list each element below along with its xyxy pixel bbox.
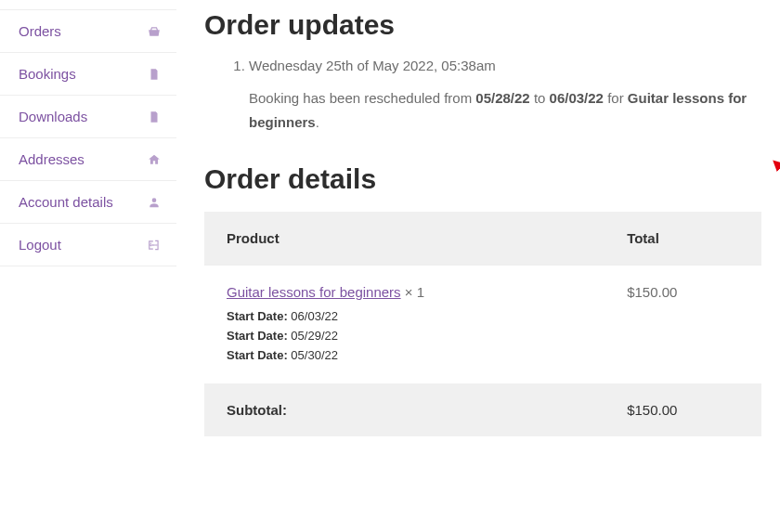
row-total: $150.00	[604, 266, 761, 384]
sidebar-label: Orders	[19, 23, 61, 39]
col-total: Total	[604, 212, 761, 266]
update-timestamp: Wednesday 25th of May 2022, 05:38am	[249, 58, 761, 73]
sidebar-label: Downloads	[19, 109, 87, 124]
update-text: .	[316, 114, 319, 130]
subtotal-label: Subtotal:	[204, 383, 604, 436]
meta-label: Start Date:	[227, 309, 288, 323]
update-body: Booking has been rescheduled from 05/28/…	[249, 86, 761, 134]
sidebar-item-addresses[interactable]: Addresses	[0, 138, 176, 181]
update-text: Booking has been rescheduled from	[249, 90, 475, 106]
update-text: to	[530, 90, 550, 106]
meta-value: 05/29/22	[288, 329, 338, 343]
annotation-arrow-icon	[771, 160, 780, 225]
table-row: Guitar lessons for beginners × 1 Start D…	[204, 266, 761, 384]
sidebar-item-bookings[interactable]: Bookings	[0, 53, 176, 96]
product-qty: × 1	[401, 284, 424, 300]
product-link[interactable]: Guitar lessons for beginners	[227, 284, 401, 300]
sidebar-item-downloads[interactable]: Downloads	[0, 96, 176, 138]
order-updates-list: Wednesday 25th of May 2022, 05:38am Book…	[249, 58, 761, 134]
file-icon	[147, 67, 162, 82]
sidebar-label: Account details	[19, 194, 113, 210]
sidebar-item-orders[interactable]: Orders	[0, 9, 176, 53]
order-details-heading: Order details	[204, 163, 761, 195]
sidebar-label: Logout	[19, 237, 61, 253]
update-to-date: 06/03/22	[550, 90, 604, 106]
update-from-date: 05/28/22	[475, 90, 529, 106]
account-sidebar: Orders Bookings Downloads Addresses Acco…	[0, 0, 176, 436]
meta-label: Start Date:	[227, 348, 288, 362]
sidebar-item-logout[interactable]: Logout	[0, 224, 176, 266]
meta-label: Start Date:	[227, 329, 288, 343]
user-icon	[147, 195, 162, 210]
order-update-item: Wednesday 25th of May 2022, 05:38am Book…	[249, 58, 761, 134]
meta-value: 05/30/22	[288, 348, 338, 362]
logout-icon	[147, 238, 162, 253]
order-details-section: Order details Product Total Guitar lesso…	[204, 163, 761, 436]
order-updates-heading: Order updates	[204, 9, 761, 41]
sidebar-label: Addresses	[19, 151, 84, 167]
sidebar-item-account-details[interactable]: Account details	[0, 181, 176, 224]
sidebar-label: Bookings	[19, 66, 76, 82]
basket-icon	[147, 24, 162, 39]
col-product: Product	[204, 212, 604, 266]
download-file-icon	[147, 110, 162, 124]
meta-value: 06/03/22	[288, 309, 338, 323]
update-text: for	[604, 90, 628, 106]
main-content: Order updates Wednesday 25th of May 2022…	[176, 0, 780, 436]
subtotal-value: $150.00	[604, 383, 761, 436]
product-meta: Start Date: 06/03/22 Start Date: 05/29/2…	[227, 307, 582, 365]
home-icon	[147, 152, 162, 167]
order-details-table: Product Total Guitar lessons for beginne…	[204, 212, 761, 436]
